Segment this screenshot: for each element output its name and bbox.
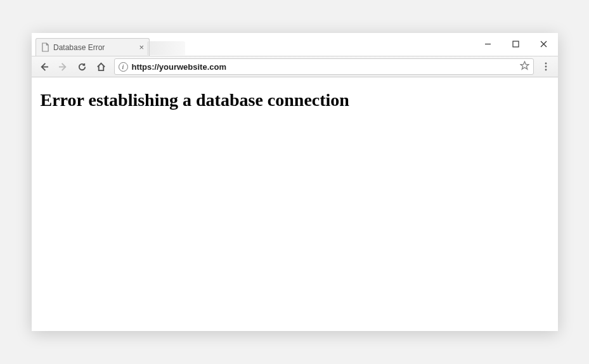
bookmark-star-icon[interactable] (520, 61, 529, 73)
close-tab-icon[interactable]: × (139, 42, 144, 52)
browser-window: Database Error × (32, 33, 558, 331)
home-button[interactable] (93, 58, 110, 75)
document-icon (41, 42, 49, 52)
site-info-icon[interactable]: i (119, 62, 128, 72)
minimize-button[interactable] (474, 33, 502, 55)
svg-point-8 (545, 66, 547, 68)
svg-point-9 (545, 69, 547, 71)
error-heading: Error establishing a database connection (41, 90, 549, 110)
address-bar[interactable]: i https://yourwebsite.com (114, 58, 534, 75)
browser-menu-button[interactable] (538, 58, 554, 75)
browser-tab[interactable]: Database Error × (36, 38, 150, 56)
page-content: Error establishing a database connection (32, 77, 558, 331)
tab-bar: Database Error × (32, 33, 558, 56)
maximize-button[interactable] (502, 33, 530, 55)
back-button[interactable] (36, 58, 53, 75)
reload-button[interactable] (74, 58, 91, 75)
inactive-tab-shadow (147, 41, 185, 55)
forward-button[interactable] (55, 58, 72, 75)
window-controls (474, 33, 558, 55)
svg-marker-6 (520, 61, 528, 68)
url-text: https://yourwebsite.com (132, 62, 516, 72)
toolbar: i https://yourwebsite.com (32, 56, 558, 77)
close-window-button[interactable] (530, 33, 558, 55)
svg-point-7 (545, 63, 547, 65)
svg-rect-1 (513, 41, 519, 47)
tab-title: Database Error (53, 43, 105, 52)
